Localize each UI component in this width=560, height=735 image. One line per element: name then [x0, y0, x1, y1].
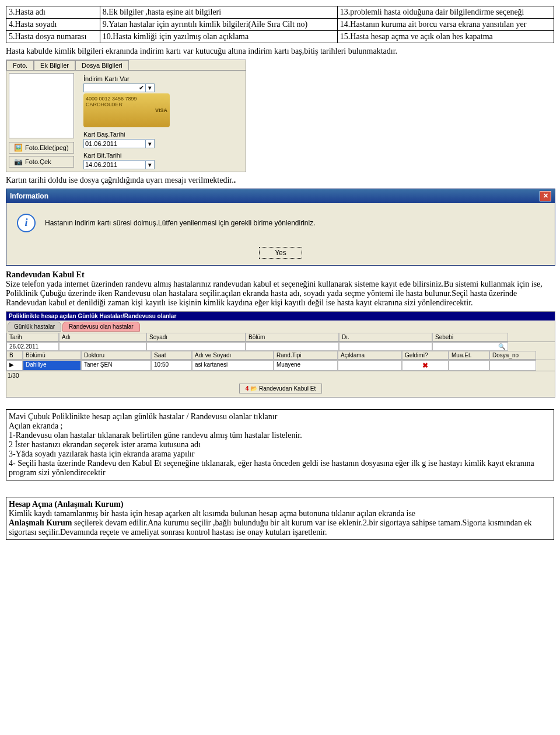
hesap-anlasmali: Anlaşmalı Kurum [9, 518, 72, 527]
dialog-titlebar: Information ✕ [6, 189, 555, 203]
cell-8: 8.Ek bilgiler ,hasta eşine ait bilgileri [100, 6, 337, 19]
panel-title: Poliklinikte hesap açılan Günlük Hastala… [6, 312, 555, 321]
cell-13: 13.problemli hasta olduğuna dair bilgile… [337, 6, 554, 19]
cell-dosyano [489, 360, 536, 371]
filter-soyadi[interactable] [146, 342, 246, 351]
tab-randevusu-olan[interactable]: Randevusu olan hastalar [62, 322, 140, 332]
mavi-l6: 4- Seçili hasta üzerinde Randevu den Kab… [9, 459, 534, 477]
paragraph-indirim: Hasta kabulde kimlik bilgileri ekranında… [6, 47, 554, 56]
col-soyadi: Soyadı [146, 333, 246, 342]
cell-3: 3.Hasta adı [6, 6, 100, 19]
label-kart-bas: Kart Baş.Tarihi [83, 131, 170, 138]
col-tarih: Tarih [6, 333, 59, 342]
cc-brand: VISA [86, 107, 167, 113]
cell-saat: 10:50 [151, 360, 192, 371]
cross-icon: ✖ [422, 361, 428, 370]
tab-foto[interactable]: Foto. [6, 60, 34, 70]
hesap-l1: Kimlik kaydı tamamlanmış bir hasta için … [9, 509, 415, 518]
mavi-cubuk-section: Mavi Çubuk Poliklinikte hesap açılan gün… [6, 409, 554, 480]
col-geldimi: Geldimi? [402, 351, 449, 360]
kart-bit-date-field[interactable]: 14.06.2011▾ [83, 160, 155, 169]
filter-tarih[interactable]: 26.02.2011 [6, 342, 59, 351]
mapping-table: 3.Hasta adı 8.Ek bilgiler ,hasta eşine a… [6, 6, 554, 43]
cell-10: 10.Hasta kimliği için yazılmış olan açık… [100, 31, 337, 43]
yes-button[interactable]: Yes [259, 247, 302, 259]
foto-cek-button[interactable]: 📷 Foto.Çek [9, 156, 74, 168]
folder-icon: 📂 [250, 385, 257, 392]
cc-number: 4000 0012 3456 7899 [86, 96, 167, 102]
tabs: Foto. Ek Bilgiler Dosya Bilgileri [6, 60, 246, 71]
check-icon: ✔ [137, 84, 145, 92]
grid-filter-row[interactable]: 26.02.2011 🔍 [6, 342, 555, 351]
grid-header-1: Tarih Adı Soyadı Bölüm Dı. Sebebi [6, 333, 555, 342]
foto-cek-label: Foto.Çek [25, 158, 51, 165]
camera-icon: 📷 [14, 158, 23, 166]
indirim-karti-var-checkbox[interactable]: ✔▾ [83, 83, 155, 92]
col-doktoru: Doktoru [81, 351, 151, 360]
row-marker: ▶ [6, 360, 23, 371]
tab-dosyabilgileri[interactable]: Dosya Bilgileri [75, 60, 129, 70]
hesap-heading: Hesap Açma (Anlaşmalı Kurum) [9, 500, 123, 508]
cell-4: 4.Hasta soyadı [6, 19, 100, 31]
col-randtipi: Rand.Tipi [274, 351, 338, 360]
cell-muaet [449, 360, 489, 371]
col-aciklama: Açıklama [338, 351, 402, 360]
cell-15: 15.Hasta hesap açma ve açık olan hes kap… [337, 31, 554, 43]
dialog-message: Hastanın indirim kartı süresi dolmuş.Lüt… [45, 219, 316, 227]
pager: 1/30 [6, 371, 555, 380]
kart-bas-value: 01.06.2011 [84, 140, 145, 148]
info-icon: i [17, 214, 36, 232]
dialog-title: Information [10, 192, 48, 200]
mavi-l2: Açılan ekranda ; [9, 422, 63, 430]
col-bolumu: Bölümü [23, 351, 81, 360]
col-adi: Adı [59, 333, 146, 342]
cell-doktoru: Taner ŞEN [81, 360, 151, 371]
discount-card-panel: Foto. Ek Bilgiler Dosya Bilgileri 🖼️ Fot… [6, 60, 246, 172]
paragraph-uyari: Kartın tarihi doldu ise dosya çağrıldığı… [6, 176, 554, 185]
grid-header-2: B Bölümü Doktoru Saat Adı ve Soyadı Rand… [6, 351, 555, 360]
cell-aciklama [338, 360, 402, 371]
table-row[interactable]: ▶ Dahiliye Taner ŞEN 10:50 asi kartanesi… [6, 360, 555, 371]
kart-bit-value: 14.06.2011 [84, 161, 145, 169]
mavi-l1: Mavi Çubuk Poliklinikte hesap açılan gün… [9, 412, 277, 421]
randevudan-kabul-et-button[interactable]: 4 📂 Randevudan Kabul Et [239, 384, 322, 393]
paragraph-randevu: Size telefon yada internet üzerinden ran… [6, 280, 542, 307]
col-dosyano: Dosya_no [489, 351, 536, 360]
cell-adsoyad: asi kartanesi [192, 360, 274, 371]
search-icon[interactable]: 🔍 [498, 343, 505, 350]
chevron-down-icon: ▾ [145, 140, 154, 148]
mavi-l4: 2 İster hastanızı ekrandan seçerek ister… [9, 440, 201, 449]
add-photo-icon: 🖼️ [14, 144, 23, 152]
credit-card-preview: 4000 0012 3456 7899 CARDHOLDER VISA [83, 93, 170, 127]
cell-9: 9.Yatan hastalar için ayrıntılı kimlik b… [100, 19, 337, 31]
col-marker: B [6, 351, 23, 360]
cell-bolumu: Dahiliye [23, 360, 81, 371]
tab-gunluk-hastalar[interactable]: Günlük hastalar [8, 322, 61, 332]
kart-bas-date-field[interactable]: 01.06.2011▾ [83, 139, 155, 148]
filter-adi[interactable] [59, 342, 146, 351]
cell-geldimi: ✖ [402, 360, 449, 371]
mavi-l5: 3-Yâda soyadı yazılarak hasta için ekran… [9, 450, 194, 458]
foto-ekle-label: Foto.Ekle(jpeg) [25, 144, 69, 151]
photo-placeholder [9, 73, 74, 138]
col-di: Dı. [339, 333, 432, 342]
cell-randtipi: Muayene [274, 360, 338, 371]
col-muaet: Mua.Et. [449, 351, 489, 360]
randevu-list-panel: Poliklinikte hesap açılan Günlük Hastala… [6, 311, 555, 398]
close-icon[interactable]: ✕ [540, 191, 551, 201]
col-bolum: Bölüm [246, 333, 339, 342]
tab-ekbilgiler[interactable]: Ek Bilgiler [34, 60, 75, 70]
label-kart-bit: Kart Bit.Tarihi [83, 152, 170, 159]
hesap-l2b: seçilerek devam edilir.Ana kurumu seçili… [9, 518, 532, 537]
col-adsoyad: Adı ve Soyadı [192, 351, 274, 360]
cc-holder: CARDHOLDER [86, 102, 167, 107]
foto-ekle-button[interactable]: 🖼️ Foto.Ekle(jpeg) [9, 142, 74, 154]
heading-randevudan-kabul-et: Randevudan Kabul Et [6, 270, 85, 279]
label-indirim-karti: İndirim Kartı Var [83, 75, 170, 82]
kabul-label: Randevudan Kabul Et [259, 385, 316, 392]
information-dialog: Information ✕ i Hastanın indirim kartı s… [6, 189, 555, 266]
chevron-down-icon: ▾ [145, 84, 154, 92]
mavi-l3: 1-Randevusu olan hastalar tıklanarak bel… [9, 431, 302, 440]
cell-5: 5.Hasta dosya numarası [6, 31, 100, 43]
col-saat: Saat [151, 351, 192, 360]
